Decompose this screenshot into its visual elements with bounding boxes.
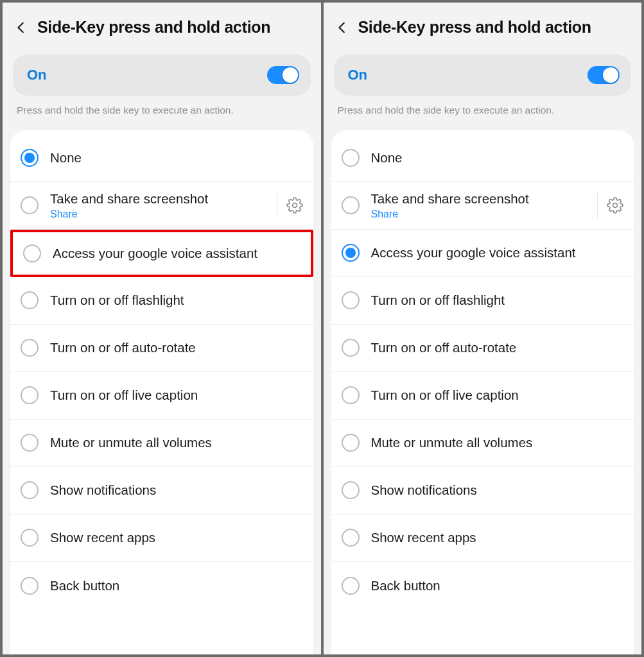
option-row[interactable]: Show recent apps — [331, 515, 634, 562]
gear-icon[interactable] — [277, 192, 303, 218]
option-label: Turn on or off live caption — [50, 387, 303, 404]
option-row[interactable]: Mute or unmute all volumes — [10, 420, 313, 467]
left-pane: Side-Key press and hold actionOnPress an… — [3, 3, 321, 654]
option-text: Show notifications — [50, 482, 303, 499]
option-row[interactable]: Show notifications — [10, 467, 313, 515]
option-text: Access your google voice assistant — [53, 245, 300, 262]
option-sublabel: Share — [371, 209, 593, 220]
options-card: NoneTake and share screenshotShareAccess… — [331, 130, 634, 654]
option-text: None — [371, 149, 624, 166]
page-title: Side-Key press and hold action — [37, 18, 270, 37]
option-row[interactable]: Back button — [331, 562, 634, 610]
option-row[interactable]: Mute or unmute all volumes — [331, 420, 634, 467]
option-row[interactable]: Show notifications — [331, 467, 634, 515]
option-label: Show notifications — [50, 482, 303, 499]
radio-icon[interactable] — [21, 291, 39, 309]
option-row[interactable]: Turn on or off live caption — [331, 372, 634, 420]
back-icon[interactable] — [335, 21, 349, 35]
option-label: Back button — [50, 577, 303, 594]
option-text: None — [50, 149, 303, 166]
hint-text: Press and hold the side key to execute a… — [3, 105, 321, 128]
option-label: Show notifications — [371, 482, 624, 499]
option-row[interactable]: Take and share screenshotShare — [10, 182, 313, 230]
option-text: Turn on or off auto-rotate — [371, 339, 624, 356]
option-text: Show recent apps — [50, 529, 303, 546]
radio-icon[interactable] — [342, 386, 360, 404]
back-icon[interactable] — [14, 21, 28, 35]
master-toggle-label: On — [348, 67, 368, 83]
option-text: Turn on or off auto-rotate — [50, 339, 303, 356]
header: Side-Key press and hold action — [324, 3, 642, 51]
option-text: Take and share screenshotShare — [371, 191, 593, 220]
option-text: Mute or unmute all volumes — [50, 434, 303, 451]
radio-icon[interactable] — [342, 529, 360, 547]
option-label: None — [371, 149, 624, 166]
option-label: Take and share screenshot — [371, 191, 593, 207]
option-text: Turn on or off flashlight — [50, 292, 303, 309]
master-toggle-switch[interactable] — [587, 66, 620, 84]
option-text: Turn on or off live caption — [371, 387, 624, 404]
option-row[interactable]: Turn on or off auto-rotate — [331, 325, 634, 372]
radio-icon[interactable] — [21, 529, 39, 547]
radio-icon[interactable] — [21, 386, 39, 404]
radio-icon[interactable] — [21, 577, 39, 595]
option-row[interactable]: Back button — [10, 562, 313, 610]
svg-point-1 — [613, 203, 618, 207]
radio-icon[interactable] — [342, 434, 360, 452]
option-text: Access your google voice assistant — [371, 244, 624, 261]
radio-icon[interactable] — [342, 244, 360, 262]
radio-icon[interactable] — [342, 481, 360, 499]
option-label: Access your google voice assistant — [371, 244, 624, 261]
master-toggle-switch[interactable] — [267, 66, 299, 84]
radio-icon[interactable] — [21, 149, 39, 167]
option-label: None — [50, 149, 303, 166]
option-row[interactable]: Access your google voice assistant — [10, 230, 313, 277]
option-row[interactable]: None — [331, 134, 634, 182]
option-row[interactable]: Show recent apps — [10, 515, 313, 562]
radio-icon[interactable] — [21, 339, 39, 357]
option-label: Turn on or off flashlight — [371, 292, 624, 309]
svg-point-0 — [292, 203, 297, 207]
option-label: Back button — [371, 577, 624, 594]
option-label: Turn on or off auto-rotate — [50, 339, 303, 356]
options-card: NoneTake and share screenshotShareAccess… — [10, 130, 313, 654]
radio-icon[interactable] — [21, 481, 39, 499]
gear-icon[interactable] — [597, 192, 623, 218]
option-row[interactable]: Turn on or off auto-rotate — [10, 325, 313, 372]
radio-icon[interactable] — [342, 577, 360, 595]
option-row[interactable]: Turn on or off flashlight — [10, 277, 313, 325]
option-text: Show notifications — [371, 482, 624, 499]
radio-icon[interactable] — [23, 244, 41, 262]
header: Side-Key press and hold action — [3, 3, 321, 51]
master-toggle-row[interactable]: On — [334, 55, 632, 96]
option-text: Show recent apps — [371, 529, 624, 546]
radio-icon[interactable] — [21, 196, 39, 214]
radio-icon[interactable] — [342, 291, 360, 309]
option-label: Show recent apps — [371, 529, 624, 546]
option-label: Mute or unmute all volumes — [371, 434, 624, 451]
option-sublabel: Share — [50, 209, 272, 220]
option-row[interactable]: Turn on or off live caption — [10, 372, 313, 420]
master-toggle-label: On — [27, 67, 47, 83]
option-label: Take and share screenshot — [50, 191, 272, 207]
hint-text: Press and hold the side key to execute a… — [324, 105, 642, 128]
option-text: Back button — [50, 577, 303, 594]
option-label: Show recent apps — [50, 529, 303, 546]
radio-icon[interactable] — [342, 149, 360, 167]
option-label: Turn on or off auto-rotate — [371, 339, 624, 356]
radio-icon[interactable] — [21, 434, 39, 452]
option-text: Back button — [371, 577, 624, 594]
option-label: Turn on or off flashlight — [50, 292, 303, 309]
option-text: Mute or unmute all volumes — [371, 434, 624, 451]
option-text: Turn on or off flashlight — [371, 292, 624, 309]
option-label: Mute or unmute all volumes — [50, 434, 303, 451]
radio-icon[interactable] — [342, 339, 360, 357]
option-row[interactable]: Take and share screenshotShare — [331, 182, 634, 230]
option-row[interactable]: Access your google voice assistant — [331, 230, 634, 277]
option-row[interactable]: None — [10, 134, 313, 182]
master-toggle-row[interactable]: On — [13, 55, 311, 96]
option-row[interactable]: Turn on or off flashlight — [331, 277, 634, 325]
radio-icon[interactable] — [342, 196, 360, 214]
option-label: Turn on or off live caption — [371, 387, 624, 404]
option-text: Turn on or off live caption — [50, 387, 303, 404]
